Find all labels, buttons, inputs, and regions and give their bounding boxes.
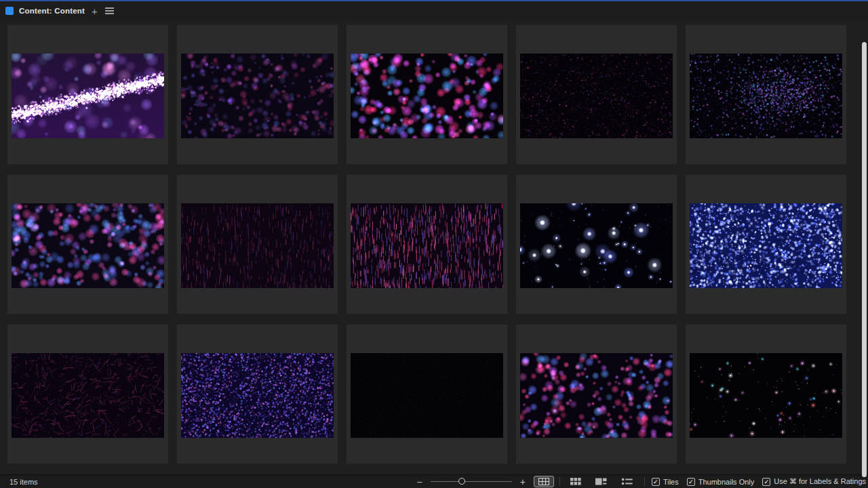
thumbnail-image[interactable] xyxy=(181,203,334,288)
tab-label: Content: Content xyxy=(19,7,85,15)
status-bar: 15 items − + xyxy=(0,474,868,488)
detail-view-button[interactable] xyxy=(591,476,612,487)
thumbnail-image[interactable] xyxy=(690,353,842,438)
thumbnail-grid xyxy=(7,24,868,464)
detail-view-icon xyxy=(595,478,607,485)
panel-menu-icon[interactable] xyxy=(105,7,114,14)
checkbox-label: Thumbnails Only xyxy=(698,478,755,486)
thumbnail-image[interactable] xyxy=(520,54,673,138)
panel-icon xyxy=(5,7,14,15)
thumbnail-view-button[interactable] xyxy=(566,476,586,487)
thumbnail-image[interactable] xyxy=(351,353,503,438)
slider-thumb[interactable] xyxy=(458,478,465,485)
list-view-icon xyxy=(622,478,633,485)
thumbnail-image[interactable] xyxy=(12,203,164,288)
divider xyxy=(644,477,645,486)
view-mode-group xyxy=(534,476,637,487)
checkbox-label: Use ⌘ for Labels & Ratings xyxy=(774,477,866,486)
thumbnail-size-slider[interactable] xyxy=(431,477,512,487)
grid-tile[interactable] xyxy=(515,24,677,165)
grid-tile[interactable] xyxy=(515,174,677,314)
divider xyxy=(559,477,560,486)
tab-content[interactable]: Content: Content xyxy=(5,7,85,15)
scrollbar-thumb[interactable] xyxy=(862,42,867,477)
grid-tile[interactable] xyxy=(346,24,508,165)
grid-tile[interactable] xyxy=(176,324,338,464)
panel-tab-bar: Content: Content + xyxy=(0,1,868,20)
thumbnail-image[interactable] xyxy=(520,353,673,438)
grid-tile[interactable] xyxy=(7,324,169,464)
grid-tile[interactable] xyxy=(685,324,847,464)
thumbnail-image[interactable] xyxy=(351,54,503,138)
checkbox-use-for-labels-ratings[interactable]: ✓Use ⌘ for Labels & Ratings xyxy=(762,477,866,486)
grid-tile[interactable] xyxy=(176,174,338,314)
status-bar-controls: − + xyxy=(416,476,868,487)
thumbnail-view-icon xyxy=(570,478,581,485)
thumbnail-image[interactable] xyxy=(520,203,673,288)
content-area xyxy=(0,20,868,474)
thumbnail-image[interactable] xyxy=(181,353,334,438)
zoom-out-button[interactable]: − xyxy=(416,477,424,487)
check-icon[interactable]: ✓ xyxy=(762,478,770,486)
thumbnail-image[interactable] xyxy=(351,203,503,288)
checkbox-group: ✓Tiles✓Thumbnails Only✓Use ⌘ for Labels … xyxy=(652,477,866,486)
thumbnail-image[interactable] xyxy=(690,54,842,138)
grid-tile[interactable] xyxy=(346,324,508,464)
checkbox-thumbnails-only[interactable]: ✓Thumbnails Only xyxy=(687,478,755,486)
grid-tile[interactable] xyxy=(685,24,847,165)
zoom-in-button[interactable]: + xyxy=(519,477,527,487)
thumbnail-image[interactable] xyxy=(181,54,334,138)
grid-view-icon xyxy=(538,478,549,485)
checkbox-label: Tiles xyxy=(663,478,679,486)
grid-tile[interactable] xyxy=(176,24,338,165)
grid-tile[interactable] xyxy=(515,324,677,464)
slider-track xyxy=(431,481,512,483)
thumbnail-image[interactable] xyxy=(12,353,164,438)
items-count: 15 items xyxy=(0,478,38,486)
grid-view-button[interactable] xyxy=(534,476,554,487)
checkbox-tiles[interactable]: ✓Tiles xyxy=(652,478,679,486)
grid-tile[interactable] xyxy=(346,174,508,314)
thumbnail-image[interactable] xyxy=(12,54,164,138)
grid-tile[interactable] xyxy=(7,24,169,165)
check-icon[interactable]: ✓ xyxy=(687,478,695,486)
check-icon[interactable]: ✓ xyxy=(652,478,660,486)
grid-tile[interactable] xyxy=(7,174,169,314)
list-view-button[interactable] xyxy=(617,476,637,487)
grid-tile[interactable] xyxy=(685,174,847,314)
thumbnail-image[interactable] xyxy=(690,203,842,288)
add-tab-icon[interactable]: + xyxy=(92,6,98,16)
